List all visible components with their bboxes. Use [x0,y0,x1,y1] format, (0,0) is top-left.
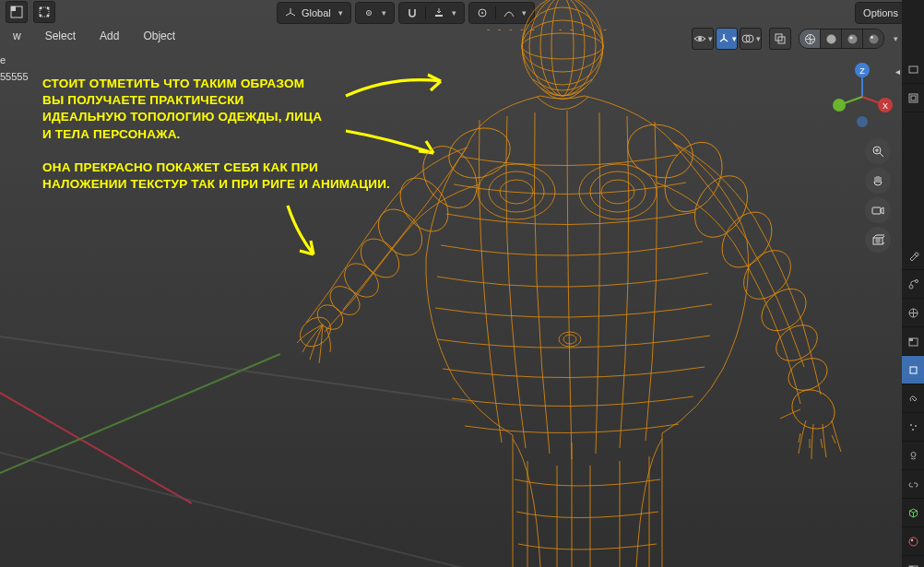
svg-point-18 [826,34,835,43]
rail-collection-icon[interactable] [902,327,924,356]
rail-render-icon[interactable] [902,55,924,84]
tick-marks: - - - - - - - - - - [487,24,610,34]
svg-point-42 [338,257,385,304]
chevron-down-icon: ▾ [382,8,386,18]
shading-material[interactable] [842,30,863,48]
axis-x-label: X [883,101,888,111]
menu-select[interactable]: Select [38,27,83,45]
overlays-icon[interactable]: ▾ [740,28,762,50]
svg-point-80 [910,538,912,540]
rail-modifier-icon[interactable] [902,384,924,413]
n-panel-toggle[interactable]: ◂ [895,66,900,77]
rail-physics-icon[interactable] [902,442,924,470]
rail-scene-icon[interactable] [902,270,924,299]
orientation-label: Global [302,7,331,18]
pan-icon[interactable] [865,168,891,194]
rail-output-icon[interactable] [902,84,924,112]
svg-point-32 [500,180,533,204]
svg-point-69 [909,285,913,289]
shading-solid[interactable] [821,30,842,48]
rail-constraints-icon[interactable] [902,470,924,499]
rail-particles-icon[interactable] [902,413,924,442]
svg-point-30 [478,164,555,219]
gizmo-toggle-icon[interactable]: ▾ [716,28,738,50]
editor-type-icon[interactable] [6,1,28,23]
rail-tool-icon[interactable] [902,242,924,270]
svg-rect-1 [11,6,16,11]
svg-point-22 [871,36,872,38]
floor-axis-y [0,353,280,473]
proportional-icon [477,7,488,18]
svg-point-47 [684,166,759,247]
shading-rendered[interactable] [863,30,883,48]
menu-add[interactable]: Add [92,27,126,45]
svg-point-40 [370,201,432,265]
svg-point-19 [847,34,857,43]
shading-wireframe[interactable] [800,30,821,48]
svg-point-48 [712,203,782,277]
svg-point-53 [785,383,842,437]
svg-point-62 [857,116,868,127]
svg-point-20 [849,36,852,39]
visibility-icon[interactable]: ▾ [692,28,714,50]
proportional-group[interactable]: ▾ [468,2,535,24]
svg-point-79 [909,537,918,546]
viewport[interactable]: Global ▾ ▾ ▾ ▾ Options [0,0,924,567]
mode-icon[interactable] [33,1,55,23]
chevron-down-icon: ▾ [522,8,527,18]
camera-icon[interactable] [865,197,891,223]
axes-icon [285,7,296,18]
rail-world-icon[interactable] [902,299,924,327]
svg-rect-66 [909,66,918,73]
svg-point-31 [489,171,544,212]
floor-grid-2 [0,452,474,567]
svg-point-8 [368,12,370,14]
annotation-arrow-3 [277,201,332,266]
chevron-down-icon: ▾ [452,8,456,18]
perspective-icon[interactable] [865,227,891,253]
svg-rect-67 [909,94,918,102]
header-row-1: Global ▾ ▾ ▾ ▾ Options [0,0,924,24]
rail-material-icon[interactable] [902,527,924,556]
svg-point-46 [653,133,733,222]
menu-view[interactable]: w [6,27,29,45]
svg-rect-74 [910,367,917,373]
options-label: Options [863,7,898,18]
orientation-dropdown[interactable]: Global ▾ [277,2,351,24]
rail-data-icon[interactable] [902,499,924,527]
snap-target-icon [433,7,444,18]
svg-point-39 [390,169,457,241]
svg-point-45 [295,312,337,353]
magnet-icon [407,7,418,18]
svg-point-36 [559,332,581,347]
xray-icon[interactable] [769,28,791,50]
annotation-text: СТОИТ ОТМЕТИТЬ ЧТО ТАКИМ ОБРАЗОМ ВЫ ПОЛУ… [42,76,390,209]
navigation-gizmo[interactable]: Z X [830,65,894,129]
pivot-icon [363,7,374,18]
floor-axis-x [0,392,192,503]
floor-grid-1 [0,336,475,404]
rail-object-icon[interactable] [902,356,924,384]
shading-dropdown[interactable]: ▾ [894,34,898,43]
svg-rect-9 [435,15,443,17]
svg-point-76 [915,425,917,427]
svg-point-50 [753,280,814,339]
svg-rect-73 [909,338,913,341]
svg-point-49 [734,242,800,309]
rail-texture-icon[interactable] [902,556,924,567]
svg-rect-64 [872,207,881,214]
svg-point-55 [621,116,700,186]
clip-line-2: 55555 [0,70,29,83]
annotation-arrow-1 [341,68,452,105]
zoom-icon[interactable] [865,138,891,164]
pivot-dropdown[interactable]: ▾ [355,2,395,24]
svg-point-11 [481,12,483,14]
menu-object[interactable]: Object [136,27,183,45]
svg-point-43 [325,280,365,320]
properties-rail [902,0,924,567]
snap-group[interactable]: ▾ [398,2,465,24]
axis-z-label: Z [859,66,865,76]
svg-point-37 [563,335,576,344]
svg-point-51 [770,318,824,368]
clip-line-1: e [0,53,29,66]
